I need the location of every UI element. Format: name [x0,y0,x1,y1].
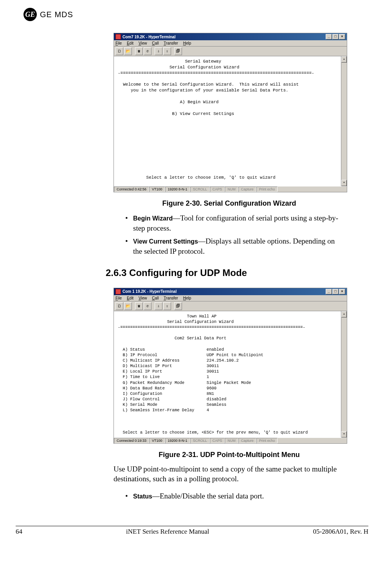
status-connected: Connected 0:42:56 [114,186,149,192]
toolbar: 🗋 📂 ☎ ✆ ⇩ ⇧ 🗐 [114,301,347,311]
figure-caption-1: Figure 2-30. Serial Configuration Wizard [114,199,345,208]
properties-icon[interactable]: 🗐 [174,302,182,310]
scroll-down-icon[interactable]: ▾ [341,431,347,437]
option-list-1: Begin Wizard—Tool for configuration of s… [114,213,345,256]
window-titlebar: Com 1 19.2K - HyperTerminal _ □ × [114,288,347,295]
menu-view[interactable]: View [139,296,147,300]
status-scroll: SCROLL [190,186,210,192]
menu-bar: File Edit View Call Transfer Help [114,295,347,301]
new-icon[interactable]: 🗋 [115,47,123,55]
terminal-output: Town Hall AP Serial Configuration Wizard… [114,311,341,438]
scroll-up-icon[interactable]: ▴ [341,311,347,317]
status-echo: Print echo [256,186,278,192]
status-caps: CAPS [210,438,225,443]
open-icon[interactable]: 📂 [124,302,132,310]
send-icon[interactable]: ⇩ [155,47,162,55]
option-name: Status [133,493,152,500]
open-icon[interactable]: 📂 [124,47,132,55]
connect-icon[interactable]: ☎ [135,47,143,55]
disconnect-icon[interactable]: ✆ [144,47,151,55]
ge-logo-text: GE MDS [40,10,73,19]
menu-view[interactable]: View [139,41,147,45]
minimize-button[interactable]: _ [326,289,332,294]
status-emulation: VT100 [149,186,165,192]
app-icon [115,289,121,294]
vertical-scrollbar[interactable]: ▴ ▾ [341,311,347,438]
hyperterminal-window-2: Com 1 19.2K - HyperTerminal _ □ × File E… [114,288,347,444]
status-bar: Connected 0:42:56 VT100 19200 8-N-1 SCRO… [114,186,347,192]
status-echo: Print echo [256,438,278,443]
terminal-output: Serial Gateway Serial Configuration Wiza… [114,56,341,186]
menu-edit[interactable]: Edit [127,296,133,300]
scroll-up-icon[interactable]: ▴ [341,56,347,63]
list-item: Status—Enable/Disable the serial data po… [125,491,345,501]
option-desc: —Enable/Disable the serial data port. [152,492,264,500]
menu-help[interactable]: Help [183,41,191,45]
footer-manual-title: iNET Series Reference Manual [126,528,209,536]
status-connected: Connected 0:19:33 [114,438,149,443]
vertical-scrollbar[interactable]: ▴ ▾ [341,56,347,186]
status-num: NUM [225,438,238,443]
receive-icon[interactable]: ⇧ [163,47,171,55]
status-caps: CAPS [210,186,225,192]
hyperterminal-window-1: Com7 19.2K - HyperTerminal _ □ × File Ed… [114,33,347,192]
figure-caption-2: Figure 2-31. UDP Point-to-Multipoint Men… [114,451,345,459]
page-header-logo: GE GE MDS [23,8,361,21]
send-icon[interactable]: ⇩ [155,302,162,310]
menu-call[interactable]: Call [152,296,159,300]
window-title: Com 1 19.2K - HyperTerminal [123,289,177,294]
close-button[interactable]: × [339,289,345,294]
minimize-button[interactable]: _ [326,34,332,39]
status-scroll: SCROLL [190,438,210,443]
window-title: Com7 19.2K - HyperTerminal [123,35,175,39]
status-emulation: VT100 [149,438,165,443]
toolbar: 🗋 📂 ☎ ✆ ⇩ ⇧ 🗐 [114,47,347,56]
status-bar: Connected 0:19:33 VT100 19200 8-N-1 SCRO… [114,437,347,443]
status-capture: Capture [238,186,256,192]
status-port: 19200 8-N-1 [165,438,190,443]
menu-transfer[interactable]: Transfer [164,41,178,45]
maximize-button[interactable]: □ [332,34,339,39]
disconnect-icon[interactable]: ✆ [144,302,151,310]
status-num: NUM [225,186,238,192]
option-name: Begin Wizard [133,215,173,222]
footer-doc-number: 05-2806A01, Rev. H [313,528,368,536]
page-footer: 64 iNET Series Reference Manual 05-2806A… [16,526,368,536]
properties-icon[interactable]: 🗐 [174,47,182,55]
option-name: View Current Settings [133,238,198,245]
connect-icon[interactable]: ☎ [135,302,143,310]
list-item: View Current Settings—Displays all setta… [125,236,345,256]
menu-bar: File Edit View Call Transfer Help [114,40,347,47]
section-heading: 2.6.3 Configuring for UDP Mode [106,267,345,278]
receive-icon[interactable]: ⇧ [163,302,171,310]
menu-transfer[interactable]: Transfer [164,296,178,300]
maximize-button[interactable]: □ [332,289,339,294]
close-button[interactable]: × [339,34,345,39]
menu-file[interactable]: File [115,296,122,300]
status-capture: Capture [238,438,256,443]
scroll-down-icon[interactable]: ▾ [341,180,347,186]
status-port: 19200 8-N-1 [165,186,190,192]
window-titlebar: Com7 19.2K - HyperTerminal _ □ × [114,33,347,40]
ge-logo-icon: GE [23,8,37,21]
menu-help[interactable]: Help [183,296,191,300]
new-icon[interactable]: 🗋 [115,302,123,310]
menu-call[interactable]: Call [152,41,159,45]
body-paragraph: Use UDP point-to-multipoint to send a co… [114,464,345,484]
menu-edit[interactable]: Edit [127,41,133,45]
menu-file[interactable]: File [115,41,122,45]
footer-page-number: 64 [16,528,22,536]
option-list-2: Status—Enable/Disable the serial data po… [114,491,345,501]
list-item: Begin Wizard—Tool for configuration of s… [125,213,345,233]
app-icon [115,34,121,39]
